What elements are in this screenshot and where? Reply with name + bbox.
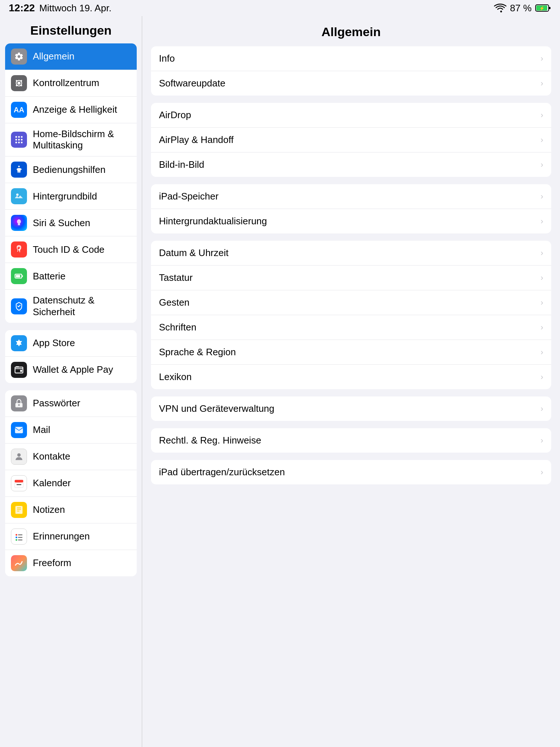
- sidebar-item-mail-label: Mail: [33, 424, 50, 436]
- home-icon: [11, 132, 27, 148]
- settings-row-tastatur[interactable]: Tastatur ›: [151, 266, 551, 290]
- svg-text:••••: ••••: [16, 483, 21, 487]
- settings-row-bildinbild[interactable]: Bild-in-Bild ›: [151, 152, 551, 177]
- row-label-tastatur: Tastatur: [159, 272, 193, 283]
- svg-point-39: [16, 534, 18, 536]
- chevron-airdrop: ›: [541, 111, 543, 120]
- settings-row-sprache-region[interactable]: Sprache & Region ›: [151, 340, 551, 365]
- sidebar-item-freeform[interactable]: Freeform: [5, 550, 137, 576]
- sidebar-item-siri-label: Siri & Suchen: [33, 217, 90, 229]
- svg-rect-26: [20, 370, 22, 372]
- sidebar-item-datenschutz[interactable]: Datenschutz & Sicherheit: [5, 290, 137, 322]
- sidebar-item-kalender[interactable]: •••• Kalender: [5, 470, 137, 497]
- svg-rect-23: [22, 275, 23, 277]
- svg-rect-33: [15, 480, 23, 482]
- settings-row-schriften[interactable]: Schriften ›: [151, 315, 551, 340]
- wallet-icon: [11, 362, 27, 378]
- settings-row-ipad-speicher[interactable]: iPad-Speicher ›: [151, 184, 551, 209]
- settings-row-softwareupdate[interactable]: Softwareupdate ›: [151, 71, 551, 96]
- chevron-ipad-reset: ›: [541, 468, 543, 477]
- settings-group-reset: iPad übertragen/zurücksetzen ›: [151, 460, 551, 484]
- battery-percent: 87 %: [510, 3, 532, 14]
- chevron-info: ›: [541, 54, 543, 63]
- right-panel: Allgemein Info › Softwareupdate › AirDro…: [142, 16, 560, 747]
- chevron-ipad-speicher: ›: [541, 192, 543, 201]
- sidebar-item-mail[interactable]: Mail: [5, 417, 137, 444]
- sidebar-item-bedienungshilfen[interactable]: Bedienungshilfen: [5, 156, 137, 183]
- svg-point-20: [16, 194, 19, 196]
- settings-row-ipad-reset[interactable]: iPad übertragen/zurücksetzen ›: [151, 460, 551, 484]
- sidebar-item-hintergrundbild[interactable]: Hintergrundbild: [5, 183, 137, 210]
- kalender-icon: ••••: [11, 475, 27, 491]
- chevron-bildinbild: ›: [541, 160, 543, 170]
- settings-row-gesten[interactable]: Gesten ›: [151, 290, 551, 315]
- sidebar-item-passwoerter-label: Passwörter: [33, 398, 80, 409]
- svg-point-19: [18, 166, 20, 167]
- row-label-airdrop: AirDrop: [159, 109, 191, 121]
- touchid-icon: [11, 241, 27, 258]
- row-label-info: Info: [159, 53, 175, 64]
- status-time: 12:22: [9, 2, 35, 14]
- settings-row-airplay[interactable]: AirPlay & Handoff ›: [151, 128, 551, 152]
- settings-row-airdrop[interactable]: AirDrop ›: [151, 103, 551, 128]
- sidebar-item-wallet[interactable]: Wallet & Apple Pay: [5, 357, 137, 383]
- svg-rect-35: [15, 506, 23, 514]
- sidebar-item-wallet-label: Wallet & Apple Pay: [33, 364, 113, 375]
- row-label-airplay: AirPlay & Handoff: [159, 134, 234, 146]
- sidebar: Einstellungen Allgemein Kontrollzentrum: [0, 16, 142, 747]
- row-label-ipad-reset: iPad übertragen/zurücksetzen: [159, 467, 285, 478]
- svg-point-6: [16, 80, 17, 81]
- row-label-softwareupdate: Softwareupdate: [159, 78, 225, 89]
- svg-rect-27: [16, 366, 19, 367]
- sidebar-item-erinnerungen[interactable]: Erinnerungen: [5, 523, 137, 550]
- settings-row-info[interactable]: Info ›: [151, 46, 551, 71]
- settings-row-datum-uhrzeit[interactable]: Datum & Uhrzeit ›: [151, 241, 551, 266]
- settings-row-lexikon[interactable]: Lexikon ›: [151, 365, 551, 389]
- sidebar-item-allgemein-label: Allgemein: [33, 51, 74, 62]
- sidebar-item-batterie-label: Batterie: [33, 271, 66, 282]
- sidebar-item-erinnerungen-label: Erinnerungen: [33, 531, 90, 542]
- settings-group-locale: Datum & Uhrzeit › Tastatur › Gesten › Sc…: [151, 241, 551, 389]
- sidebar-item-siri[interactable]: Siri & Suchen: [5, 210, 137, 236]
- sidebar-item-appstore[interactable]: App Store: [5, 330, 137, 357]
- status-date: Mittwoch 19. Apr.: [39, 3, 112, 14]
- sidebar-item-passwoerter[interactable]: Passwörter: [5, 390, 137, 417]
- sidebar-item-allgemein[interactable]: Allgemein: [5, 43, 137, 70]
- svg-text:⚡: ⚡: [539, 5, 545, 11]
- svg-point-4: [18, 82, 21, 85]
- chevron-tastatur: ›: [541, 273, 543, 283]
- row-label-bildinbild: Bild-in-Bild: [159, 159, 204, 170]
- settings-row-vpn[interactable]: VPN und Geräteverwaltung ›: [151, 396, 551, 421]
- svg-rect-13: [15, 139, 17, 140]
- row-label-lexikon: Lexikon: [159, 371, 192, 383]
- wifi-icon: [494, 3, 506, 13]
- appstore-icon: [11, 335, 27, 351]
- panel-title: Allgemein: [151, 22, 551, 46]
- sidebar-item-hintergrundbild-label: Hintergrundbild: [33, 191, 97, 202]
- datenschutz-icon: [11, 298, 27, 314]
- sidebar-item-touchid[interactable]: Touch ID & Code: [5, 236, 137, 263]
- svg-rect-10: [15, 136, 17, 138]
- sidebar-item-batterie[interactable]: Batterie: [5, 263, 137, 290]
- settings-group-storage: iPad-Speicher › Hintergrundaktualisierun…: [151, 184, 551, 233]
- sidebar-item-appstore-label: App Store: [33, 337, 75, 349]
- settings-row-rechtliches[interactable]: Rechtl. & Reg. Hinweise ›: [151, 428, 551, 453]
- svg-rect-1: [549, 7, 551, 9]
- row-label-rechtliches: Rechtl. & Reg. Hinweise: [159, 435, 261, 446]
- chevron-gesten: ›: [541, 298, 543, 307]
- row-label-vpn: VPN und Geräteverwaltung: [159, 403, 275, 414]
- accessibility-icon: [11, 162, 27, 178]
- svg-point-9: [20, 85, 22, 86]
- svg-rect-12: [21, 136, 22, 138]
- row-label-gesten: Gesten: [159, 297, 190, 308]
- sidebar-item-home[interactable]: Home-Bildschirm & Multitasking: [5, 123, 137, 156]
- sidebar-item-notizen[interactable]: Notizen: [5, 497, 137, 523]
- sidebar-item-kontakte[interactable]: Kontakte: [5, 444, 137, 470]
- svg-rect-16: [15, 142, 17, 143]
- settings-row-hintergrundaktualisierung[interactable]: Hintergrundaktualisierung ›: [151, 209, 551, 233]
- kontrollzentrum-icon: [11, 75, 27, 91]
- svg-rect-24: [16, 275, 20, 278]
- row-label-datum-uhrzeit: Datum & Uhrzeit: [159, 247, 229, 259]
- sidebar-item-kontrollzentrum[interactable]: Kontrollzentrum: [5, 70, 137, 97]
- sidebar-item-anzeige[interactable]: AA Anzeige & Helligkeit: [5, 97, 137, 123]
